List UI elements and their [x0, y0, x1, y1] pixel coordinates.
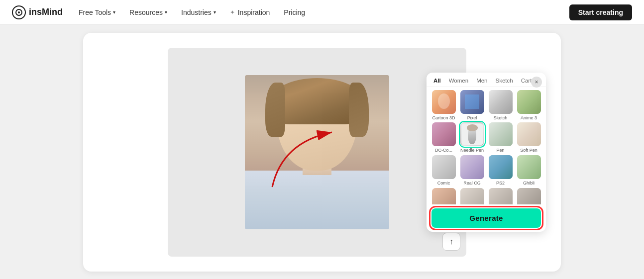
generate-btn-wrap: Generate: [427, 204, 546, 232]
nav-industries[interactable]: Industries ▾: [181, 8, 216, 16]
style-softpen[interactable]: Soft Pen: [516, 122, 542, 153]
style-thumb-pixel: [460, 90, 484, 114]
logo[interactable]: insMind: [12, 5, 63, 19]
main-content: ↑ × All Women Men Sketch Cartoon: [0, 25, 644, 279]
style-thumb-needlepen: [460, 122, 484, 146]
tab-sketch[interactable]: Sketch: [494, 77, 515, 85]
style-thumb-comic: [432, 155, 456, 179]
style-thumb-extra4: [517, 188, 541, 204]
style-label-realcg: Real CG: [463, 181, 481, 186]
style-label-ghibli: Ghibli: [523, 181, 535, 186]
styles-grid: Cartoon 3D Pixel Sketch: [427, 87, 546, 204]
style-pixel[interactable]: Pixel: [459, 90, 485, 121]
style-thumb-extra1: [432, 188, 456, 204]
style-dccomics[interactable]: DC-Co...: [430, 122, 457, 153]
nav-resources[interactable]: Resources ▾: [129, 8, 167, 16]
style-needlepen[interactable]: Needle Pen: [459, 122, 485, 153]
style-ps2[interactable]: PS2: [487, 155, 514, 186]
chevron-down-icon: ▾: [113, 9, 115, 15]
nav-pricing[interactable]: Pricing: [284, 8, 305, 16]
start-creating-button[interactable]: Start creating: [569, 4, 632, 20]
style-panel: × All Women Men Sketch Cartoon A •••: [427, 73, 546, 232]
style-label-ps2: PS2: [496, 181, 505, 186]
style-thumb-sketch: [489, 90, 513, 114]
chevron-down-icon: ▾: [214, 9, 216, 15]
nav-links: Free Tools ▾ Resources ▾ Industries ▾ In…: [79, 8, 553, 16]
style-anime3[interactable]: Anime 3: [516, 90, 542, 121]
style-label-softpen: Soft Pen: [520, 148, 537, 153]
style-extra1[interactable]: [430, 188, 457, 204]
style-label-pen: Pen: [496, 148, 504, 153]
style-label-pixel: Pixel: [467, 115, 477, 121]
nav-free-tools[interactable]: Free Tools ▾: [79, 8, 115, 16]
upload-icon: ↑: [449, 237, 453, 246]
style-label-comic: Comic: [437, 181, 450, 186]
close-button[interactable]: ×: [531, 77, 542, 88]
style-thumb-ps2: [489, 155, 513, 179]
style-ghibli[interactable]: Ghibli: [516, 155, 542, 186]
navbar: insMind Free Tools ▾ Resources ▾ Industr…: [0, 0, 644, 25]
upload-button[interactable]: ↑: [442, 233, 460, 251]
style-extra2[interactable]: [459, 188, 485, 204]
person-photo: [245, 75, 389, 229]
filter-tabs: All Women Men Sketch Cartoon A •••: [427, 73, 546, 87]
style-thumb-ghibli: [517, 155, 541, 179]
photo-inner: [245, 75, 389, 229]
style-label-cartoon3d: Cartoon 3D: [432, 115, 455, 121]
editor-card: ↑ × All Women Men Sketch Cartoon: [83, 33, 561, 272]
style-label-needlepen: Needle Pen: [460, 148, 484, 153]
nav-inspiration[interactable]: Inspiration: [230, 8, 270, 16]
style-comic[interactable]: Comic: [430, 155, 457, 186]
style-thumb-pen: [489, 122, 513, 146]
style-extra4[interactable]: [516, 188, 542, 204]
canvas-area: ↑: [168, 48, 466, 257]
style-thumb-extra3: [489, 188, 513, 204]
generate-button[interactable]: Generate: [431, 208, 541, 228]
style-thumb-softpen: [517, 122, 541, 146]
logo-text: insMind: [29, 7, 63, 17]
style-thumb-dccomics: [432, 122, 456, 146]
style-thumb-extra2: [460, 188, 484, 204]
tab-men[interactable]: Men: [474, 77, 489, 85]
svg-point-2: [18, 11, 20, 13]
style-pen[interactable]: Pen: [487, 122, 514, 153]
logo-icon: [12, 5, 26, 19]
style-realcg[interactable]: Real CG: [459, 155, 485, 186]
chevron-down-icon: ▾: [165, 9, 167, 15]
style-thumb-anime3: [517, 90, 541, 114]
tab-all[interactable]: All: [431, 77, 443, 85]
tab-women[interactable]: Women: [447, 77, 470, 85]
style-thumb-realcg: [460, 155, 484, 179]
style-label-dccomics: DC-Co...: [435, 148, 452, 153]
style-sketch[interactable]: Sketch: [487, 90, 514, 121]
style-extra3[interactable]: [487, 188, 514, 204]
style-cartoon3d[interactable]: Cartoon 3D: [430, 90, 457, 121]
style-thumb-cartoon3d: [432, 90, 456, 114]
style-label-sketch: Sketch: [494, 115, 508, 121]
style-label-anime3: Anime 3: [521, 115, 537, 121]
